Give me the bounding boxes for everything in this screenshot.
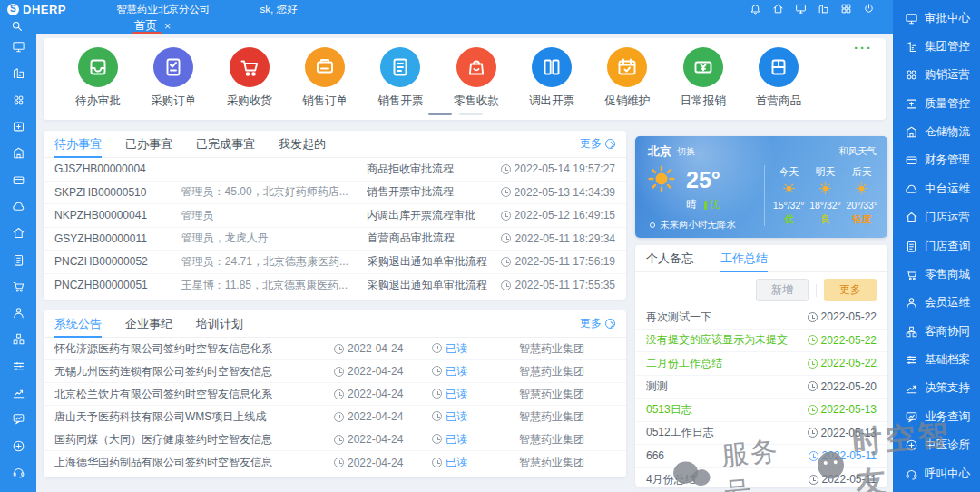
app-shortcut-purchase-receive[interactable]: 采购收货 — [213, 47, 286, 109]
sidebar-item-tcm-clinic[interactable]: 中医诊所 — [893, 435, 980, 457]
rail-warehouse-icon[interactable] — [12, 146, 25, 160]
clock-icon — [334, 458, 344, 467]
rail-approval-center-icon[interactable] — [12, 40, 25, 54]
home-icon[interactable] — [772, 3, 784, 15]
rail-business-query-icon[interactable] — [12, 412, 25, 426]
building-icon[interactable] — [818, 3, 829, 15]
list-item[interactable]: 666 2022-05-11 — [635, 445, 887, 468]
sidebar-item-member-ops[interactable]: 会员运维 — [893, 292, 980, 314]
app-shortcut-expense[interactable]: 日常报销 — [667, 47, 740, 109]
table-row[interactable]: SKPZHB00000510 管理员：45.00，北京好药师药店... 销售开票… — [44, 182, 626, 205]
company-name[interactable]: 智慧药业北京分公司 — [116, 3, 211, 16]
memo-date: 2022-05-20 — [821, 380, 877, 393]
app-shortcut-promotion[interactable]: 促销维护 — [591, 47, 663, 109]
more-apps-button[interactable]: ··· — [854, 40, 873, 55]
tab-system-notice[interactable]: 系统公告 — [54, 310, 102, 338]
active-tab-underline — [132, 32, 162, 34]
sidebar-item-group-control[interactable]: 集团管控 — [893, 35, 980, 57]
sidebar-item-base-archives[interactable]: 基础档案 — [893, 349, 980, 371]
memo-more-button[interactable]: 更多 — [824, 279, 877, 301]
table-row[interactable]: 怀化济源医药有限公司签约时空智友信息化系 2022-04-24 已读 智慧药业集… — [44, 338, 626, 360]
more-circle-icon — [605, 139, 615, 149]
app-logo[interactable]: S DHERP — [7, 3, 66, 16]
sidebar-item-call-center[interactable]: 呼叫中心 — [893, 463, 980, 485]
user-greeting[interactable]: sk, 您好 — [260, 3, 298, 16]
tab-personal-memo[interactable]: 个人备忘 — [646, 245, 693, 272]
rail-member-ops-icon[interactable] — [12, 306, 25, 320]
list-item[interactable]: 测测 2022-05-20 — [635, 376, 887, 399]
tab-todo-done[interactable]: 已办事宜 — [125, 131, 172, 158]
table-row[interactable]: 上海德华国药制品有限公司签约时空智友信息 2022-04-24 已读 智慧药业集… — [44, 451, 626, 474]
carousel-dot[interactable] — [459, 113, 483, 115]
list-item[interactable]: 4月份总结 2022-05-11 — [635, 468, 887, 492]
notice-date: 2022-04-24 — [348, 410, 403, 423]
add-memo-button[interactable]: 新增 — [756, 279, 808, 301]
clock-icon — [501, 164, 511, 174]
power-icon[interactable] — [863, 3, 875, 15]
list-item[interactable]: 再次测试一下 2022-05-22 — [635, 306, 887, 330]
weather-switch-button[interactable]: 切换 — [677, 145, 695, 158]
rail-group-control-icon[interactable] — [12, 66, 25, 80]
sidebar-item-business-query[interactable]: 业务查询 — [893, 406, 980, 428]
rail-retail-mall-icon[interactable] — [12, 280, 25, 293]
list-item[interactable]: 没有提交的应该显示为未提交 2022-05-22 — [635, 330, 887, 353]
app-shortcut-purchase-order[interactable]: 采购订单 — [137, 47, 210, 109]
list-item[interactable]: 0513日志 2022-05-13 — [635, 399, 887, 422]
search-icon[interactable] — [11, 20, 23, 32]
table-row[interactable]: GSYZHB00000011 管理员，龙虎人丹 首营商品审批流程 2022-05… — [44, 228, 626, 251]
rail-base-archives-icon[interactable] — [12, 359, 25, 373]
rail-partner-collab-icon[interactable] — [12, 332, 25, 346]
sidebar-item-warehouse-logistics[interactable]: 仓储物流 — [893, 122, 980, 143]
todo-more-link[interactable]: 更多 — [580, 136, 615, 152]
table-row[interactable]: 北京松兰饮片有限公司签约时空智友信息化系 2022-04-24 已读 智慧药业集… — [44, 383, 626, 406]
list-item[interactable]: 二月份工作总结 2022-05-22 — [635, 352, 887, 376]
sidebar-item-approval-center[interactable]: 审批中心 — [893, 7, 980, 29]
sidebar-item-quality-control[interactable]: 质量管控 — [893, 93, 980, 114]
weather-divider — [764, 165, 765, 226]
sidebar-item-midplatform-ops[interactable]: 中台运维 — [893, 178, 980, 200]
tab-training-plan[interactable]: 培训计划 — [196, 310, 243, 338]
table-row[interactable]: NKPZHB00000041 管理员 内调出库开票流程审批 2022-05-12… — [44, 204, 626, 228]
table-row[interactable]: GJSZHB00000004 商品拒收审批流程 2022-05-14 19:57… — [44, 158, 626, 182]
sidebar-item-partner-collab[interactable]: 客商协同 — [893, 320, 980, 342]
app-shortcut-sales-invoice[interactable]: 销售开票 — [364, 47, 436, 109]
carousel-dot-active[interactable] — [428, 113, 452, 115]
sidebar-item-finance[interactable]: 财务管理 — [893, 150, 980, 172]
tab-work-summary[interactable]: 工作总结 — [720, 245, 768, 272]
app-shortcut-sales-order[interactable]: 销售订单 — [289, 47, 361, 109]
rail-finance-icon[interactable] — [12, 173, 25, 187]
rail-quality-control-icon[interactable] — [12, 120, 25, 133]
rail-tcm-clinic-icon[interactable] — [12, 439, 25, 453]
app-shortcut-retail-pay[interactable]: 零售收款 — [440, 47, 513, 109]
app-shortcut-transfer-invoice[interactable]: 调出开票 — [515, 47, 588, 109]
bell-icon[interactable] — [750, 3, 761, 15]
notice-more-link[interactable]: 更多 — [580, 316, 615, 331]
table-row[interactable]: 唐山天予医药科技有限公司WMS项目上线成 2022-04-24 已读 智慧药业集… — [44, 406, 626, 428]
monitor-icon[interactable] — [795, 3, 807, 15]
sidebar-item-purchase-sales-ops[interactable]: 购销运营 — [893, 64, 980, 86]
tab-todo-completed[interactable]: 已完成事宜 — [196, 131, 255, 158]
app-shortcut-todo-approve[interactable]: 待办审批 — [62, 47, 134, 109]
table-row[interactable]: 无锡九州医药连锁有限公司签约时空智友信息 2022-04-24 已读 智慧药业集… — [44, 360, 626, 383]
tab-todo-mine[interactable]: 我发起的 — [279, 131, 326, 158]
rail-call-center-icon[interactable] — [12, 466, 25, 479]
sidebar-item-store-query[interactable]: 门店查询 — [893, 235, 980, 257]
apps-grid-icon[interactable] — [840, 3, 852, 15]
tab-company-events[interactable]: 企业事纪 — [125, 310, 172, 338]
sidebar-item-decision-support[interactable]: 决策支持 — [893, 378, 980, 399]
tab-home[interactable]: 首页 × — [134, 18, 171, 34]
list-item[interactable]: 0512工作日志 2022-05-13 — [635, 422, 887, 446]
table-row[interactable]: 国药同煤（大同）医疗健康签约时空智友信息 2022-04-24 已读 智慧药业集… — [44, 428, 626, 451]
rail-store-query-icon[interactable] — [12, 253, 25, 267]
sidebar-item-retail-mall[interactable]: 零售商城 — [893, 263, 980, 285]
app-shortcut-first-product[interactable]: 首营商品 — [742, 47, 815, 109]
tab-close-icon[interactable]: × — [164, 20, 171, 33]
table-row[interactable]: PNCZHB00000051 王星博：11.85，北京德惠康医药... 采购退出… — [44, 274, 626, 298]
rail-midplatform-icon[interactable] — [12, 200, 25, 213]
rail-decision-support-icon[interactable] — [12, 386, 25, 399]
table-row[interactable]: PNCZHB00000052 管理员：24.71，北京德惠康医药... 采购退出… — [44, 251, 626, 274]
rail-purchase-sales-ops-icon[interactable] — [12, 93, 25, 107]
sidebar-item-store-ops[interactable]: 门店运营 — [893, 207, 980, 229]
tab-todo-pending[interactable]: 待办事宜 — [54, 131, 102, 158]
rail-store-ops-icon[interactable] — [12, 226, 25, 240]
